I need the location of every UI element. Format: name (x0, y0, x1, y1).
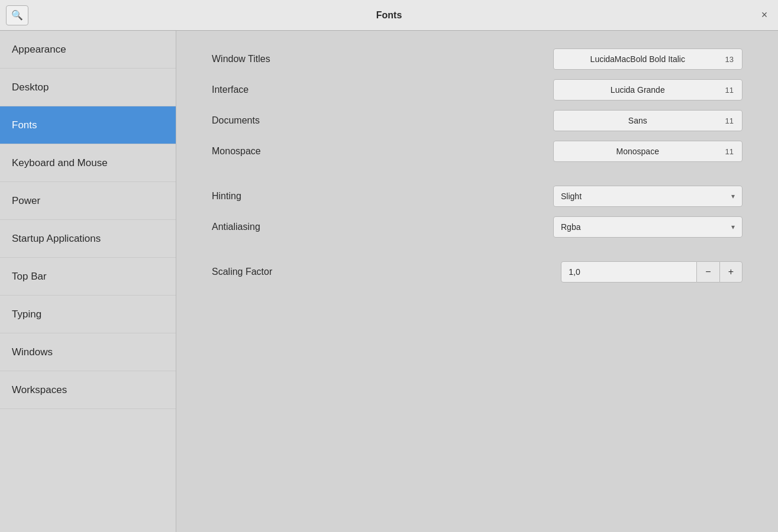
documents-font-name: Sans (562, 116, 714, 125)
page-title: Fonts (376, 10, 402, 21)
antialiasing-label: Antialiasing (212, 222, 342, 232)
search-icon: 🔍 (11, 9, 23, 21)
interface-font-size: 11 (725, 86, 734, 95)
documents-row: Documents Sans 11 (212, 110, 743, 131)
sidebar-item-desktop[interactable]: Desktop (0, 69, 176, 106)
close-button[interactable]: × (758, 9, 771, 22)
scaling-plus-button[interactable]: + (719, 261, 743, 283)
scaling-minus-button[interactable]: − (697, 261, 719, 283)
main-layout: Appearance Desktop Fonts Keyboard and Mo… (0, 31, 778, 532)
sidebar-item-startup-applications[interactable]: Startup Applications (0, 220, 176, 258)
window-titles-row: Window Titles LucidaMacBold Bold Italic … (212, 48, 743, 70)
sidebar-item-windows[interactable]: Windows (0, 333, 176, 371)
scaling-stepper: − + (561, 261, 743, 283)
window-titles-label: Window Titles (212, 54, 342, 64)
window-titles-button[interactable]: LucidaMacBold Bold Italic 13 (553, 48, 743, 70)
sidebar-item-label: Appearance (12, 44, 66, 56)
monospace-label: Monospace (212, 146, 342, 157)
documents-label: Documents (212, 115, 342, 126)
search-button[interactable]: 🔍 (6, 5, 28, 25)
antialiasing-control: Rgba ▾ (342, 216, 743, 238)
sidebar-item-label: Fonts (12, 119, 37, 131)
sidebar-item-fonts[interactable]: Fonts (0, 106, 176, 144)
antialiasing-row: Antialiasing Rgba ▾ (212, 216, 743, 238)
sidebar-item-keyboard-mouse[interactable]: Keyboard and Mouse (0, 144, 176, 182)
monospace-row: Monospace Monospace 11 (212, 141, 743, 162)
sidebar-item-top-bar[interactable]: Top Bar (0, 258, 176, 296)
monospace-control: Monospace 11 (342, 141, 743, 162)
hinting-value: Slight (561, 192, 582, 201)
hinting-row: Hinting Slight ▾ (212, 186, 743, 207)
monospace-button[interactable]: Monospace 11 (553, 141, 743, 162)
hinting-label: Hinting (212, 191, 342, 202)
window-titles-font-size: 13 (725, 55, 734, 64)
chevron-down-icon: ▾ (731, 223, 735, 231)
documents-control: Sans 11 (342, 110, 743, 131)
scaling-input[interactable] (561, 261, 697, 283)
sidebar-item-typing[interactable]: Typing (0, 296, 176, 333)
fonts-content: Window Titles LucidaMacBold Bold Italic … (176, 31, 778, 532)
monospace-font-size: 11 (725, 147, 734, 156)
interface-label: Interface (212, 85, 342, 95)
interface-row: Interface Lucida Grande 11 (212, 79, 743, 100)
sidebar-item-label: Typing (12, 309, 41, 320)
interface-control: Lucida Grande 11 (342, 79, 743, 100)
documents-font-size: 11 (725, 116, 734, 125)
antialiasing-value: Rgba (561, 222, 580, 232)
window-titles-control: LucidaMacBold Bold Italic 13 (342, 48, 743, 70)
scaling-factor-row: Scaling Factor − + (212, 261, 743, 283)
scaling-factor-control: − + (342, 261, 743, 283)
sidebar-item-workspaces[interactable]: Workspaces (0, 371, 176, 409)
hinting-dropdown[interactable]: Slight ▾ (553, 186, 743, 207)
sidebar: Appearance Desktop Fonts Keyboard and Mo… (0, 31, 176, 532)
sidebar-item-label: Desktop (12, 82, 49, 93)
sidebar-item-label: Power (12, 195, 40, 207)
sidebar-item-label: Startup Applications (12, 233, 101, 245)
chevron-down-icon: ▾ (731, 192, 735, 200)
sidebar-item-label: Workspaces (12, 384, 67, 396)
window-titles-font-name: LucidaMacBold Bold Italic (562, 54, 714, 64)
sidebar-item-appearance[interactable]: Appearance (0, 31, 176, 69)
monospace-font-name: Monospace (562, 147, 714, 156)
interface-font-name: Lucida Grande (562, 85, 714, 95)
sidebar-item-label: Keyboard and Mouse (12, 157, 108, 169)
title-bar: 🔍 Fonts × (0, 0, 778, 31)
documents-button[interactable]: Sans 11 (553, 110, 743, 131)
hinting-control: Slight ▾ (342, 186, 743, 207)
sidebar-item-label: Windows (12, 346, 53, 358)
sidebar-item-power[interactable]: Power (0, 182, 176, 220)
sidebar-item-label: Top Bar (12, 271, 47, 283)
interface-button[interactable]: Lucida Grande 11 (553, 79, 743, 100)
antialiasing-dropdown[interactable]: Rgba ▾ (553, 216, 743, 238)
scaling-factor-label: Scaling Factor (212, 267, 342, 277)
